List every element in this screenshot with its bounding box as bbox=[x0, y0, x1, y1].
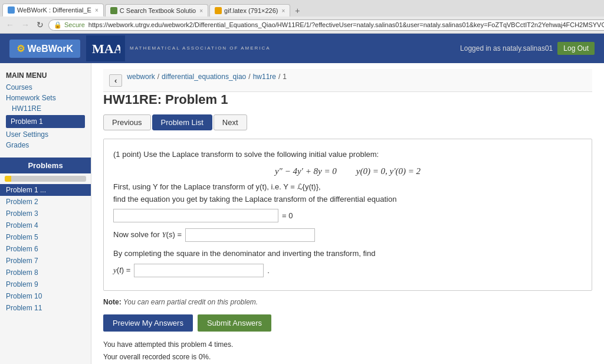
tab-webwork[interactable]: WeBWorK : Differential_E × bbox=[2, 4, 104, 17]
webwork-title: WeBWorK bbox=[27, 44, 73, 54]
yt-input[interactable] bbox=[134, 264, 264, 277]
breadcrumb-hw11re[interactable]: hw11re bbox=[253, 73, 276, 81]
breadcrumb-sep3: / bbox=[278, 73, 280, 81]
page-title: HW11RE: Problem 1 bbox=[103, 92, 592, 107]
step1-text: First, using Y for the Laplace transform… bbox=[113, 181, 582, 194]
problem-item-3[interactable]: Problem 3 bbox=[0, 208, 91, 219]
maa-logo: MAA bbox=[86, 35, 125, 61]
preview-button[interactable]: Preview My Answers bbox=[103, 314, 193, 332]
sidebar-item-homework-sets[interactable]: Homework Sets bbox=[6, 93, 85, 103]
sidebar-item-courses[interactable]: Courses bbox=[6, 82, 85, 93]
maa-area: MAA MATHEMATICAL ASSOCIATION OF AMERICA bbox=[86, 35, 271, 61]
sidebar-item-grades[interactable]: Grades bbox=[6, 140, 85, 150]
problem-intro-text: Use the Laplace transform to solve the f… bbox=[143, 150, 379, 159]
action-row: Preview My Answers Submit Answers bbox=[103, 314, 592, 332]
svg-text:MAA: MAA bbox=[92, 41, 120, 56]
reload-button[interactable]: ↻ bbox=[34, 19, 46, 31]
tab-bar: WeBWorK : Differential_E × C Search Text… bbox=[0, 0, 604, 17]
forward-button[interactable]: → bbox=[19, 19, 32, 31]
yt-row: y(t) = . bbox=[113, 264, 582, 277]
sidebar: MAIN MENU Courses Homework Sets HW11RE P… bbox=[0, 63, 91, 364]
main-menu-title: MAIN MENU bbox=[6, 68, 85, 82]
tab-label-search: C Search Textbook Solutio bbox=[120, 7, 196, 14]
submit-button[interactable]: Submit Answers bbox=[198, 314, 271, 332]
note-label: Note: bbox=[103, 298, 122, 306]
problem-list: Problem 1 ... Problem 2 Problem 3 Proble… bbox=[0, 184, 91, 319]
progress-bar-fill bbox=[5, 176, 11, 182]
problem-list-button[interactable]: Problem List bbox=[152, 114, 212, 130]
tab-label-webwork: WeBWorK : Differential_E bbox=[17, 6, 91, 14]
body-layout: MAIN MENU Courses Homework Sets HW11RE P… bbox=[0, 63, 604, 364]
progress-bar-container bbox=[5, 176, 86, 182]
main-content: ‹ webwork / differential_equations_qiao … bbox=[91, 63, 604, 364]
ode-display: y″ − 4y′ + 8y = 0 y(0) = 0, y′(0) = 2 bbox=[113, 166, 582, 176]
back-button[interactable]: ← bbox=[4, 19, 17, 31]
problem-item-7[interactable]: Problem 7 bbox=[0, 255, 91, 267]
ys-row: Now solve for Y(s) = bbox=[113, 228, 582, 242]
problems-header-label: Problems bbox=[0, 158, 91, 173]
eq-suffix: = 0 bbox=[282, 211, 293, 220]
period-label: . bbox=[267, 266, 270, 275]
sidebar-main-menu: MAIN MENU Courses Homework Sets HW11RE P… bbox=[0, 63, 91, 153]
problem-item-11[interactable]: Problem 11 bbox=[0, 302, 91, 314]
step1b-label: find the equation you get by taking the … bbox=[113, 195, 396, 204]
problem-item-1[interactable]: Problem 1 ... bbox=[0, 184, 91, 196]
maa-subtitle: MATHEMATICAL ASSOCIATION OF AMERICA bbox=[130, 45, 271, 51]
problem-item-8[interactable]: Problem 8 bbox=[0, 267, 91, 278]
problem-item-9[interactable]: Problem 9 bbox=[0, 278, 91, 290]
webwork-logo: ⚙ WeBWorK bbox=[9, 40, 80, 58]
attempts-block: You have attempted this problem 4 times.… bbox=[103, 339, 592, 364]
tab-close-webwork[interactable]: × bbox=[95, 7, 99, 14]
laplace-equation-input[interactable] bbox=[113, 209, 278, 222]
tab-label-gif: gif.latex (791×226) bbox=[224, 7, 278, 14]
back-nav-button[interactable]: ‹ bbox=[109, 74, 122, 87]
new-tab-button[interactable]: + bbox=[291, 5, 303, 17]
problem-point: (1 point) bbox=[113, 150, 142, 159]
maa-text-block: MATHEMATICAL ASSOCIATION OF AMERICA bbox=[130, 45, 271, 51]
step2-text: Now solve for Y(s) = bbox=[113, 229, 182, 241]
header-left: ⚙ WeBWorK MAA MATHEMATICAL ASSOCIATION O… bbox=[9, 35, 271, 61]
tab-close-gif[interactable]: × bbox=[282, 8, 285, 14]
breadcrumb-diffeq[interactable]: differential_equations_qiao bbox=[162, 73, 246, 81]
tab-close-search[interactable]: × bbox=[199, 8, 203, 14]
nav-buttons: Previous Problem List Next bbox=[103, 114, 592, 130]
address-bar-row: ← → ↻ 🔒 Secure https://webwork.utrgv.edu… bbox=[0, 17, 604, 33]
note-body: You can earn partial credit on this prob… bbox=[123, 298, 258, 306]
yt-label: y(t) = bbox=[113, 264, 130, 277]
header-right: Logged in as nataly.salinas01 Log Out bbox=[460, 42, 595, 55]
logged-in-text: Logged in as nataly.salinas01 bbox=[460, 44, 553, 53]
problem-intro-line: (1 point) Use the Laplace transform to s… bbox=[113, 149, 582, 161]
tab-icon-search bbox=[110, 7, 117, 14]
breadcrumb-nav: ‹ webwork / differential_equations_qiao … bbox=[103, 69, 592, 92]
problem-item-6[interactable]: Problem 6 bbox=[0, 243, 91, 255]
next-button[interactable]: Next bbox=[214, 114, 247, 130]
tab-search[interactable]: C Search Textbook Solutio × bbox=[105, 4, 208, 17]
attempts-line1: You have attempted this problem 4 times. bbox=[103, 339, 592, 350]
breadcrumb-sep2: / bbox=[248, 73, 250, 81]
problem-item-5[interactable]: Problem 5 bbox=[0, 231, 91, 243]
sidebar-item-hw11re[interactable]: HW11RE bbox=[6, 103, 85, 114]
ys-input[interactable] bbox=[185, 228, 315, 242]
step3-text: By completing the square in the denomina… bbox=[113, 248, 582, 260]
breadcrumb-sep1: / bbox=[157, 73, 159, 81]
sidebar-item-problem1[interactable]: Problem 1 bbox=[6, 115, 85, 128]
step1-label: First, using Y for the Laplace transform… bbox=[113, 182, 321, 191]
breadcrumb-webwork[interactable]: webwork bbox=[127, 73, 155, 81]
problem-box: (1 point) Use the Laplace transform to s… bbox=[103, 139, 592, 291]
problem-item-10[interactable]: Problem 10 bbox=[0, 290, 91, 302]
equation-input-row: = 0 bbox=[113, 209, 582, 222]
problem-item-4[interactable]: Problem 4 bbox=[0, 219, 91, 231]
app-header: ⚙ WeBWorK MAA MATHEMATICAL ASSOCIATION O… bbox=[0, 34, 604, 63]
previous-button[interactable]: Previous bbox=[103, 114, 151, 130]
browser-chrome: WeBWorK : Differential_E × C Search Text… bbox=[0, 0, 604, 34]
tab-gif[interactable]: gif.latex (791×226) × bbox=[209, 4, 290, 17]
note-line: Note: You can earn partial credit on thi… bbox=[103, 298, 592, 306]
step1b-text: find the equation you get by taking the … bbox=[113, 194, 582, 206]
attempts-line2: Your overall recorded score is 0%. bbox=[103, 351, 592, 363]
sidebar-item-user-settings[interactable]: User Settings bbox=[6, 129, 85, 140]
secure-label: Secure bbox=[64, 21, 85, 28]
address-bar[interactable]: 🔒 Secure https://webwork.utrgv.edu/webwo… bbox=[48, 19, 604, 31]
problem-item-2[interactable]: Problem 2 bbox=[0, 196, 91, 208]
tab-icon-gif bbox=[215, 7, 222, 14]
logout-button[interactable]: Log Out bbox=[557, 42, 595, 55]
